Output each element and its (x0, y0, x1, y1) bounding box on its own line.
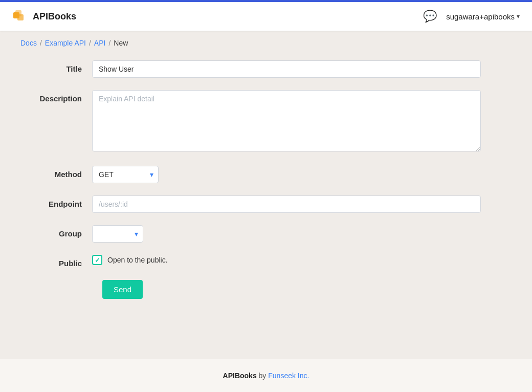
endpoint-row: Endpoint (20, 195, 512, 213)
method-select-wrapper: GET POST PUT DELETE PATCH ▾ (92, 166, 159, 183)
chevron-down-icon: ▾ (517, 13, 520, 20)
user-name: sugawara+apibooks (446, 12, 515, 21)
logo-icon (12, 8, 29, 25)
public-control: ✓ Open to the public. (92, 255, 481, 265)
endpoint-control (92, 195, 481, 213)
breadcrumb-new: New (114, 39, 128, 47)
group-select-wrapper: ▾ (92, 225, 143, 243)
logo-text: APIBooks (33, 11, 76, 22)
method-label: Method (20, 166, 92, 179)
breadcrumb-example-api[interactable]: Example API (45, 39, 86, 47)
send-button[interactable]: Send (102, 280, 143, 299)
public-label: Public (20, 255, 92, 268)
footer-by: by (257, 372, 269, 380)
breadcrumb: Docs / Example API / API / New (0, 31, 532, 55)
public-checkbox-label: Open to the public. (107, 256, 168, 264)
footer-brand: APIBooks (223, 372, 257, 380)
description-row: Description (20, 90, 512, 154)
method-select[interactable]: GET POST PUT DELETE PATCH (92, 166, 159, 183)
title-label: Title (20, 60, 92, 73)
group-label: Group (20, 225, 92, 238)
send-row: Send (20, 280, 512, 299)
method-control: GET POST PUT DELETE PATCH ▾ (92, 166, 481, 183)
user-menu[interactable]: sugawara+apibooks ▾ (446, 12, 520, 21)
method-row: Method GET POST PUT DELETE PATCH ▾ (20, 166, 512, 183)
breadcrumb-api[interactable]: API (94, 39, 106, 47)
title-control (92, 60, 481, 78)
description-label: Description (20, 90, 92, 103)
description-input[interactable] (92, 90, 481, 151)
group-row: Group ▾ (20, 225, 512, 243)
breadcrumb-docs[interactable]: Docs (20, 39, 37, 47)
footer-link[interactable]: Funseek Inc. (268, 372, 309, 380)
public-checkbox-row: ✓ Open to the public. (92, 255, 481, 265)
logo: APIBooks (12, 8, 76, 25)
breadcrumb-sep-1: / (40, 39, 42, 47)
svg-rect-2 (15, 10, 21, 16)
endpoint-input[interactable] (92, 195, 481, 213)
navbar: APIBooks 💬 sugawara+apibooks ▾ (0, 0, 532, 31)
nav-right: 💬 sugawara+apibooks ▾ (423, 10, 520, 23)
title-row: Title (20, 60, 512, 78)
public-row: Public ✓ Open to the public. (20, 255, 512, 268)
title-input[interactable] (92, 60, 481, 78)
footer: APIBooks by Funseek Inc. (0, 359, 532, 392)
main-content: Title Description Method GET POST PUT DE… (0, 55, 532, 359)
endpoint-label: Endpoint (20, 195, 92, 208)
group-control: ▾ (92, 225, 481, 243)
description-control (92, 90, 481, 154)
breadcrumb-sep-2: / (89, 39, 91, 47)
chat-icon[interactable]: 💬 (423, 10, 437, 23)
checkmark-icon: ✓ (95, 256, 100, 264)
public-checkbox[interactable]: ✓ (92, 255, 102, 265)
breadcrumb-sep-3: / (108, 39, 110, 47)
group-select[interactable] (92, 225, 143, 243)
